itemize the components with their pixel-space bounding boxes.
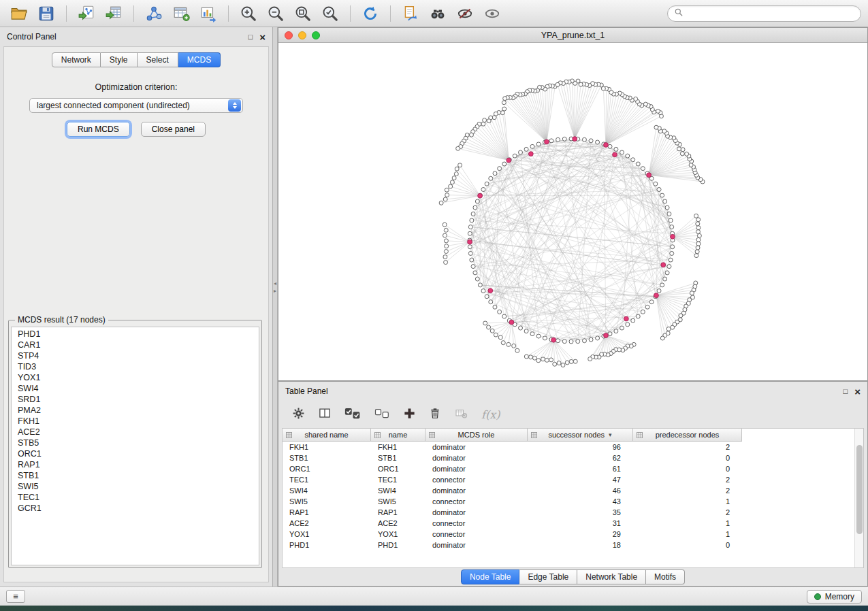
column-label: name — [389, 431, 408, 439]
close-table-panel-icon[interactable]: × — [854, 386, 861, 397]
mcds-result-item[interactable]: RAP1 — [12, 459, 259, 470]
run-mcds-button[interactable]: Run MCDS — [67, 122, 130, 137]
mcds-result-item[interactable]: STB5 — [12, 437, 259, 448]
import-table-file-button[interactable] — [101, 3, 126, 24]
delete-column-trash-button[interactable] — [429, 407, 441, 422]
mcds-result-item[interactable]: PMA2 — [12, 405, 259, 416]
status-menu-button[interactable]: ≡ — [6, 590, 25, 603]
column-header-successor-nodes[interactable]: successor nodes▾ — [528, 429, 633, 442]
network-canvas[interactable] — [278, 43, 867, 381]
search-box[interactable] — [667, 5, 861, 22]
mcds-result-item[interactable]: YOX1 — [12, 372, 259, 383]
mcds-result-item[interactable]: SWI5 — [12, 481, 259, 492]
column-header-predecessor-nodes[interactable]: predecessor nodes — [633, 429, 742, 442]
search-input[interactable] — [688, 9, 854, 18]
cell-name: SWI5 — [371, 497, 425, 506]
cell-name: ORC1 — [371, 465, 425, 473]
tab-motifs[interactable]: Motifs — [646, 569, 685, 584]
cell-mcds-role: connector — [425, 530, 528, 538]
table-row[interactable]: STB1STB1dominator620 — [283, 452, 863, 463]
mcds-result-item[interactable]: SWI4 — [12, 383, 259, 394]
table-row[interactable]: TEC1TEC1connector472 — [283, 474, 863, 485]
mcds-result-item[interactable]: STB1 — [12, 470, 259, 481]
float-panel-icon[interactable]: □ — [248, 33, 253, 41]
deselect-all-button[interactable] — [374, 408, 390, 421]
hide-graphics-details-button[interactable] — [453, 3, 477, 24]
mcds-result-item[interactable]: PHD1 — [12, 329, 259, 340]
tab-edge-table[interactable]: Edge Table — [519, 569, 577, 584]
network-titlebar[interactable]: YPA_prune.txt_1 — [278, 28, 867, 43]
mcds-buttons: Run MCDS Close panel — [4, 122, 268, 137]
tab-network-table[interactable]: Network Table — [577, 569, 646, 584]
table-row[interactable]: ACE2ACE2connector311 — [283, 518, 863, 529]
function-builder-fx-button[interactable]: f(x) — [481, 408, 500, 421]
column-header-MCDS-role[interactable]: MCDS role — [425, 429, 528, 442]
tab-network[interactable]: Network — [52, 52, 101, 67]
table-scrollbar[interactable] — [854, 429, 863, 567]
minimize-window-icon[interactable] — [298, 31, 306, 39]
memory-button[interactable]: Memory — [807, 590, 862, 604]
expand-right-icon[interactable]: ▸ — [274, 288, 276, 294]
mcds-result-item[interactable]: FKH1 — [12, 416, 259, 427]
table-row[interactable]: ORC1ORC1dominator610 — [283, 463, 863, 474]
clone-view-button[interactable] — [398, 3, 423, 24]
mcds-result-item[interactable]: CAR1 — [12, 340, 259, 350]
mcds-result-item[interactable]: ACE2 — [12, 427, 259, 437]
attribute-browser-button[interactable] — [169, 3, 193, 24]
table-row[interactable]: RAP1RAP1dominator352 — [283, 507, 863, 518]
table-row[interactable]: SWI4SWI4dominator462 — [283, 485, 863, 496]
scrollbar-thumb[interactable] — [856, 445, 863, 534]
zoom-selected-button[interactable] — [318, 3, 342, 24]
table-row[interactable]: SWI5SWI5connector431 — [283, 496, 863, 507]
column-settings-gear-icon — [292, 407, 305, 422]
cell-shared-name: FKH1 — [283, 443, 371, 451]
import-network-file-button[interactable] — [74, 3, 99, 24]
column-label: shared name — [304, 431, 348, 439]
zoom-window-icon[interactable] — [312, 31, 320, 39]
refresh-view-button[interactable] — [358, 3, 383, 24]
mcds-result-item[interactable]: TEC1 — [12, 492, 259, 503]
save-session-button[interactable] — [34, 3, 59, 24]
open-file-button[interactable] — [7, 3, 31, 24]
zoom-out-button[interactable] — [263, 3, 288, 24]
float-table-panel-icon[interactable]: □ — [843, 388, 848, 395]
table-row[interactable]: FKH1FKH1dominator962 — [283, 442, 863, 452]
search-network-button[interactable] — [425, 3, 450, 24]
create-column-plus-button[interactable] — [403, 407, 416, 422]
panel-divider[interactable]: ◂ ▸ — [272, 27, 278, 587]
close-window-icon[interactable] — [285, 31, 293, 39]
mcds-result-title: MCDS result (17 nodes) — [15, 315, 108, 325]
criterion-dropdown[interactable]: largest connected component (undirected) — [29, 98, 243, 113]
tab-style[interactable]: Style — [101, 52, 138, 67]
show-graphics-details-button[interactable] — [480, 3, 504, 24]
cell-predecessor-nodes: 1 — [633, 519, 742, 527]
export-figure-button[interactable] — [196, 3, 221, 24]
table-row[interactable]: YOX1YOX1connector291 — [283, 529, 863, 540]
toolbar-separator — [350, 5, 351, 22]
table-row[interactable]: PHD1PHD1dominator180 — [283, 540, 863, 550]
column-settings-gear-button[interactable] — [292, 407, 305, 422]
tab-node-table[interactable]: Node Table — [461, 569, 520, 584]
column-label: MCDS role — [458, 431, 495, 439]
column-menu-chevron[interactable]: ▾ — [609, 431, 612, 438]
zoom-fit-button[interactable] — [291, 3, 315, 24]
mcds-result-item[interactable]: GCR1 — [12, 503, 259, 514]
close-panel-icon[interactable]: × — [259, 32, 266, 42]
column-label: successor nodes — [548, 431, 605, 439]
close-panel-button[interactable]: Close panel — [141, 122, 206, 137]
tab-mcds[interactable]: MCDS — [178, 52, 221, 67]
column-header-shared-name[interactable]: shared name — [283, 429, 371, 442]
mcds-result-item[interactable]: ORC1 — [12, 448, 259, 459]
tab-select[interactable]: Select — [138, 52, 178, 67]
select-all-check-button[interactable] — [344, 408, 361, 422]
mcds-result-item[interactable]: SRD1 — [12, 394, 259, 405]
cell-mcds-role: dominator — [425, 443, 528, 451]
zoom-in-button[interactable] — [236, 3, 261, 24]
new-network-button[interactable] — [142, 3, 166, 24]
cell-shared-name: SWI5 — [283, 497, 371, 506]
collapse-left-icon[interactable]: ◂ — [274, 280, 276, 286]
mcds-result-item[interactable]: STP4 — [12, 350, 259, 361]
show-column-button[interactable] — [318, 407, 332, 422]
column-header-name[interactable]: name — [371, 429, 425, 442]
mcds-result-item[interactable]: TID3 — [12, 361, 259, 372]
